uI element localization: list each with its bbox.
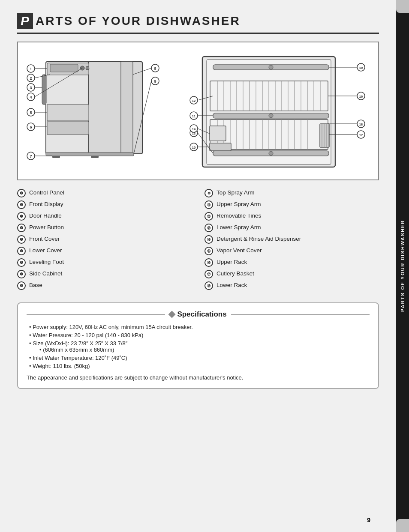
svg-rect-87: [210, 126, 226, 141]
specs-item-3: Size (WxDxH): 23 7/8″ X 25″ X 33 7/8″: [27, 340, 370, 347]
list-item: ⑰ Cutlery Basket: [204, 270, 379, 278]
part-label: Cutlery Basket: [217, 270, 254, 277]
svg-rect-76: [320, 124, 329, 147]
svg-rect-11: [121, 62, 133, 154]
svg-text:10: 10: [359, 66, 363, 70]
part-label: Lower Spray Arm: [217, 224, 261, 230]
part-number: ❹: [17, 224, 26, 232]
svg-text:6: 6: [30, 125, 32, 129]
svg-point-84: [269, 114, 273, 118]
part-number: ❻: [17, 247, 26, 255]
svg-text:5: 5: [30, 111, 32, 115]
part-number: ❽: [17, 270, 26, 278]
part-number: ⑬: [204, 224, 213, 232]
part-number: ⑱: [204, 281, 213, 290]
list-item: ❼ Leveling Foot: [17, 258, 192, 267]
list-item: ⑭ Detergent & Rinse Aid Dispenser: [204, 235, 379, 244]
list-item: ⑬ Lower Spray Arm: [204, 224, 379, 232]
part-label: Removable Tines: [217, 212, 261, 219]
svg-point-5: [86, 66, 89, 70]
list-item: ❻ Lower Cover: [17, 247, 192, 255]
svg-text:9: 9: [154, 79, 156, 84]
part-label: Vapor Vent Cover: [217, 247, 262, 254]
part-label: Front Display: [29, 201, 63, 207]
title-box: P: [17, 13, 33, 29]
part-number: ❺: [17, 235, 26, 244]
side-tab-notch-bottom: [396, 519, 409, 532]
part-label: Power Button: [29, 224, 64, 230]
part-label: Lower Rack: [217, 282, 247, 288]
diagram-svg: 1 2 3 4 5 6: [22, 49, 374, 173]
svg-text:8: 8: [154, 66, 156, 71]
svg-rect-7: [47, 105, 89, 121]
specs-list: Power supply: 120V, 60Hz AC only, minimu…: [27, 324, 370, 369]
main-content: P ARTS OF YOUR DISHWASHER: [0, 0, 396, 532]
list-item: ❹ Power Button: [17, 224, 192, 232]
specifications-section: Specifications Power supply: 120V, 60Hz …: [17, 302, 379, 389]
specs-item-6: Weight: 110 lbs. (50kg): [27, 363, 370, 369]
specs-item-5: Inlet Water Temperature: 120˚F (49˚C): [27, 355, 370, 361]
svg-text:12: 12: [192, 99, 195, 103]
parts-list: ❶ Control Panel ❷ Front Display ❸ Door H…: [17, 189, 379, 293]
part-number: ⑩: [204, 189, 213, 197]
svg-point-86: [269, 151, 273, 155]
specs-title: Specifications: [177, 310, 226, 319]
svg-text:4: 4: [30, 95, 32, 99]
page-title: ARTS OF YOUR DISHWASHER: [36, 14, 241, 28]
page-number: 9: [367, 517, 370, 523]
list-item: ⑯ Upper Rack: [204, 258, 379, 267]
part-number: ⑭: [204, 235, 213, 244]
specs-item-2: Water Pressure: 20 - 120 psi (140 - 830 …: [27, 332, 370, 338]
svg-text:16: 16: [359, 95, 363, 99]
svg-text:14: 14: [192, 127, 196, 131]
part-label: Detergent & Rinse Aid Dispenser: [217, 236, 301, 242]
specs-title-bar: Specifications: [27, 310, 370, 319]
part-number: ⑮: [204, 247, 213, 255]
specs-item-1: Power supply: 120V, 60Hz AC only, minimu…: [27, 324, 370, 330]
part-label: Lower Cover: [29, 247, 62, 254]
list-item: ❺ Front Cover: [17, 235, 192, 244]
part-label: Control Panel: [29, 189, 64, 196]
list-item: ❽ Side Cabinet: [17, 270, 192, 278]
svg-rect-8: [47, 122, 89, 134]
specs-title-inner: Specifications: [165, 310, 231, 319]
part-label: Door Handle: [29, 212, 62, 219]
part-number: ❸: [17, 212, 26, 221]
list-item: ⑫ Removable Tines: [204, 212, 379, 221]
list-item: ⑱ Lower Rack: [204, 281, 379, 290]
part-label: Leveling Foot: [29, 259, 64, 265]
side-tab-notch-top: [396, 0, 409, 13]
svg-text:7: 7: [30, 154, 32, 158]
part-number: ❷: [17, 200, 26, 209]
specs-title-line-right: [231, 314, 370, 315]
list-item: ⑮ Vapor Vent Cover: [204, 247, 379, 255]
svg-rect-3: [50, 64, 78, 72]
list-item: ⑪ Upper Spray Arm: [204, 200, 379, 209]
part-number: ⑯: [204, 258, 213, 267]
part-number: ⑪: [204, 200, 213, 209]
part-number: ❼: [17, 258, 26, 267]
list-item: ⑩ Top Spray Arm: [204, 189, 379, 197]
parts-col-left: ❶ Control Panel ❷ Front Display ❸ Door H…: [17, 189, 192, 293]
diagram-box: 1 2 3 4 5 6: [17, 42, 379, 180]
svg-text:2: 2: [30, 76, 32, 81]
list-item: ❶ Control Panel: [17, 189, 192, 197]
svg-point-82: [269, 65, 273, 69]
list-item: ❸ Door Handle: [17, 212, 192, 221]
list-item: ❷ Front Display: [17, 200, 192, 209]
svg-text:11: 11: [192, 114, 195, 118]
specs-item-4: (606mm x 635mm x 860mm): [27, 347, 370, 353]
part-label: Side Cabinet: [29, 270, 62, 277]
side-tab: PARTS OF YOUR DISHWASHER: [396, 0, 409, 532]
svg-rect-88: [210, 143, 231, 151]
part-number: ⑫: [204, 212, 213, 221]
svg-text:15: 15: [192, 146, 195, 149]
part-number: ⑰: [204, 270, 213, 278]
svg-text:3: 3: [30, 86, 32, 90]
side-tab-label: PARTS OF YOUR DISHWASHER: [400, 220, 405, 312]
parts-col-right: ⑩ Top Spray Arm ⑪ Upper Spray Arm ⑫ Remo…: [204, 189, 379, 293]
svg-text:17: 17: [359, 133, 363, 137]
specs-title-line-left: [27, 314, 165, 315]
list-item: ❾ Base: [17, 281, 192, 290]
part-label: Top Spray Arm: [217, 189, 255, 196]
